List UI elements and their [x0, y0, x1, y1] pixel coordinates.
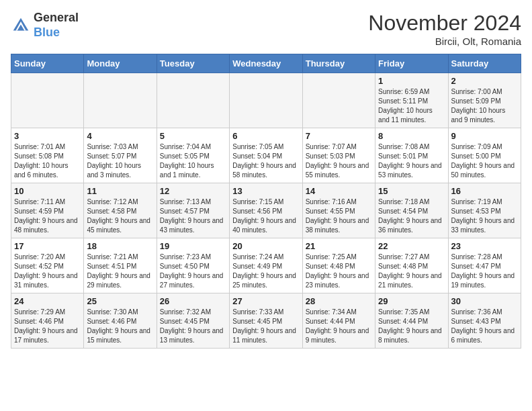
day-number: 19: [160, 241, 226, 251]
calendar-week-5: 24Sunrise: 7:29 AMSunset: 4:46 PMDayligh…: [11, 293, 521, 349]
day-info: Sunrise: 7:24 AMSunset: 4:49 PMDaylight:…: [232, 253, 299, 290]
day-number: 3: [14, 131, 81, 141]
calendar-cell: [11, 73, 84, 128]
weekday-header-wednesday: Wednesday: [230, 54, 302, 73]
day-info: Sunrise: 7:27 AMSunset: 4:48 PMDaylight:…: [378, 253, 445, 290]
day-info: Sunrise: 7:13 AMSunset: 4:57 PMDaylight:…: [160, 197, 226, 235]
day-info: Sunrise: 7:19 AMSunset: 4:53 PMDaylight:…: [451, 197, 518, 235]
calendar-cell: 2Sunrise: 7:00 AMSunset: 5:09 PMDaylight…: [448, 73, 521, 128]
day-number: 24: [14, 296, 81, 306]
calendar-cell: 11Sunrise: 7:12 AMSunset: 4:58 PMDayligh…: [84, 183, 157, 238]
day-number: 6: [232, 131, 299, 141]
weekday-header-tuesday: Tuesday: [157, 54, 229, 73]
day-info: Sunrise: 7:30 AMSunset: 4:46 PMDaylight:…: [87, 308, 153, 345]
day-info: Sunrise: 7:15 AMSunset: 4:56 PMDaylight:…: [232, 197, 299, 235]
logo-blue: Blue: [34, 26, 79, 40]
day-info: Sunrise: 7:32 AMSunset: 4:45 PMDaylight:…: [160, 308, 226, 345]
day-number: 21: [306, 241, 372, 251]
day-info: Sunrise: 7:03 AMSunset: 5:07 PMDaylight:…: [87, 142, 153, 180]
logo-general: General: [34, 11, 79, 26]
day-number: 25: [87, 296, 153, 306]
calendar-cell: 19Sunrise: 7:23 AMSunset: 4:50 PMDayligh…: [157, 238, 229, 293]
day-number: 8: [378, 131, 445, 141]
calendar-cell: [157, 73, 229, 128]
logo-text: General Blue: [34, 11, 79, 40]
day-number: 16: [451, 186, 518, 196]
calendar-cell: 25Sunrise: 7:30 AMSunset: 4:46 PMDayligh…: [84, 293, 157, 349]
day-number: 17: [14, 241, 81, 251]
day-number: 22: [378, 241, 445, 251]
month-year-title: November 2024: [368, 11, 521, 36]
day-info: Sunrise: 7:29 AMSunset: 4:46 PMDaylight:…: [14, 308, 81, 345]
day-info: Sunrise: 7:21 AMSunset: 4:51 PMDaylight:…: [87, 253, 153, 290]
calendar-cell: 27Sunrise: 7:33 AMSunset: 4:45 PMDayligh…: [230, 293, 302, 349]
calendar-cell: 5Sunrise: 7:04 AMSunset: 5:05 PMDaylight…: [157, 128, 229, 183]
day-info: Sunrise: 7:25 AMSunset: 4:48 PMDaylight:…: [306, 253, 372, 290]
location-subtitle: Bircii, Olt, Romania: [368, 36, 521, 47]
calendar-cell: 14Sunrise: 7:16 AMSunset: 4:55 PMDayligh…: [302, 183, 375, 238]
day-info: Sunrise: 7:00 AMSunset: 5:09 PMDaylight:…: [451, 87, 518, 125]
day-number: 4: [87, 131, 153, 141]
day-number: 11: [87, 186, 153, 196]
day-number: 9: [451, 131, 518, 141]
day-number: 5: [160, 131, 226, 141]
day-number: 1: [378, 76, 445, 86]
day-number: 7: [306, 131, 372, 141]
title-block: November 2024 Bircii, Olt, Romania: [368, 11, 521, 47]
calendar-cell: 17Sunrise: 7:20 AMSunset: 4:52 PMDayligh…: [11, 238, 84, 293]
day-info: Sunrise: 7:33 AMSunset: 4:45 PMDaylight:…: [232, 308, 299, 345]
page-header: General Blue November 2024 Bircii, Olt, …: [11, 11, 521, 47]
calendar-cell: 15Sunrise: 7:18 AMSunset: 4:54 PMDayligh…: [375, 183, 448, 238]
day-info: Sunrise: 7:34 AMSunset: 4:44 PMDaylight:…: [306, 308, 372, 345]
calendar-cell: [230, 73, 302, 128]
day-info: Sunrise: 7:20 AMSunset: 4:52 PMDaylight:…: [14, 253, 81, 290]
day-info: Sunrise: 7:28 AMSunset: 4:47 PMDaylight:…: [451, 253, 518, 290]
day-info: Sunrise: 7:35 AMSunset: 4:44 PMDaylight:…: [378, 308, 445, 345]
calendar-cell: 1Sunrise: 6:59 AMSunset: 5:11 PMDaylight…: [375, 73, 448, 128]
day-number: 18: [87, 241, 153, 251]
day-info: Sunrise: 7:09 AMSunset: 5:00 PMDaylight:…: [451, 142, 518, 180]
day-info: Sunrise: 7:08 AMSunset: 5:01 PMDaylight:…: [378, 142, 445, 180]
weekday-row: SundayMondayTuesdayWednesdayThursdayFrid…: [11, 54, 521, 73]
calendar-header: SundayMondayTuesdayWednesdayThursdayFrid…: [11, 54, 521, 73]
day-number: 29: [378, 296, 445, 306]
day-number: 14: [306, 186, 372, 196]
calendar-cell: 12Sunrise: 7:13 AMSunset: 4:57 PMDayligh…: [157, 183, 229, 238]
day-number: 13: [232, 186, 299, 196]
day-number: 27: [232, 296, 299, 306]
weekday-header-saturday: Saturday: [448, 54, 521, 73]
calendar-cell: 16Sunrise: 7:19 AMSunset: 4:53 PMDayligh…: [448, 183, 521, 238]
day-info: Sunrise: 7:18 AMSunset: 4:54 PMDaylight:…: [378, 197, 445, 235]
calendar-cell: [302, 73, 375, 128]
calendar-cell: [84, 73, 157, 128]
calendar-cell: 22Sunrise: 7:27 AMSunset: 4:48 PMDayligh…: [375, 238, 448, 293]
calendar-cell: 13Sunrise: 7:15 AMSunset: 4:56 PMDayligh…: [230, 183, 302, 238]
calendar-cell: 28Sunrise: 7:34 AMSunset: 4:44 PMDayligh…: [302, 293, 375, 349]
day-number: 12: [160, 186, 226, 196]
weekday-header-sunday: Sunday: [11, 54, 84, 73]
calendar-cell: 23Sunrise: 7:28 AMSunset: 4:47 PMDayligh…: [448, 238, 521, 293]
day-info: Sunrise: 7:36 AMSunset: 4:43 PMDaylight:…: [451, 308, 518, 345]
day-info: Sunrise: 7:16 AMSunset: 4:55 PMDaylight:…: [306, 197, 372, 235]
calendar-cell: 21Sunrise: 7:25 AMSunset: 4:48 PMDayligh…: [302, 238, 375, 293]
logo-icon: [11, 15, 31, 36]
calendar-week-4: 17Sunrise: 7:20 AMSunset: 4:52 PMDayligh…: [11, 238, 521, 293]
calendar-week-3: 10Sunrise: 7:11 AMSunset: 4:59 PMDayligh…: [11, 183, 521, 238]
day-info: Sunrise: 6:59 AMSunset: 5:11 PMDaylight:…: [378, 87, 445, 125]
day-number: 26: [160, 296, 226, 306]
calendar-week-1: 1Sunrise: 6:59 AMSunset: 5:11 PMDaylight…: [11, 73, 521, 128]
calendar-week-2: 3Sunrise: 7:01 AMSunset: 5:08 PMDaylight…: [11, 128, 521, 183]
calendar-table: SundayMondayTuesdayWednesdayThursdayFrid…: [11, 54, 521, 349]
calendar-cell: 8Sunrise: 7:08 AMSunset: 5:01 PMDaylight…: [375, 128, 448, 183]
calendar-body: 1Sunrise: 6:59 AMSunset: 5:11 PMDaylight…: [11, 73, 521, 349]
calendar-cell: 29Sunrise: 7:35 AMSunset: 4:44 PMDayligh…: [375, 293, 448, 349]
calendar-cell: 30Sunrise: 7:36 AMSunset: 4:43 PMDayligh…: [448, 293, 521, 349]
calendar-cell: 24Sunrise: 7:29 AMSunset: 4:46 PMDayligh…: [11, 293, 84, 349]
day-number: 20: [232, 241, 299, 251]
day-number: 10: [14, 186, 81, 196]
calendar-cell: 9Sunrise: 7:09 AMSunset: 5:00 PMDaylight…: [448, 128, 521, 183]
day-info: Sunrise: 7:11 AMSunset: 4:59 PMDaylight:…: [14, 197, 81, 235]
calendar-cell: 10Sunrise: 7:11 AMSunset: 4:59 PMDayligh…: [11, 183, 84, 238]
day-info: Sunrise: 7:04 AMSunset: 5:05 PMDaylight:…: [160, 142, 226, 180]
day-number: 28: [306, 296, 372, 306]
